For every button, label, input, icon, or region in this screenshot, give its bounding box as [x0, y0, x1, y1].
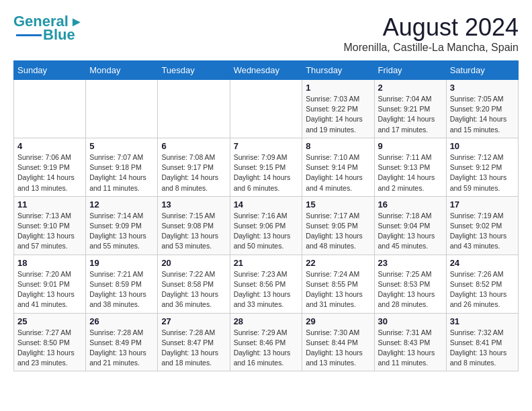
day-number: 14	[234, 199, 299, 210]
day-info: Sunrise: 7:16 AMSunset: 9:06 PMDaylight:…	[234, 211, 299, 252]
day-info: Sunrise: 7:30 AMSunset: 8:44 PMDaylight:…	[306, 328, 370, 369]
calendar-week-row: 25Sunrise: 7:27 AMSunset: 8:50 PMDayligh…	[14, 313, 519, 371]
day-number: 1	[306, 83, 370, 93]
day-info: Sunrise: 7:21 AMSunset: 8:59 PMDaylight:…	[89, 269, 154, 310]
calendar-week-row: 11Sunrise: 7:13 AMSunset: 9:10 PMDayligh…	[14, 196, 519, 255]
day-info: Sunrise: 7:07 AMSunset: 9:18 PMDaylight:…	[89, 152, 154, 193]
day-info: Sunrise: 7:13 AMSunset: 9:10 PMDaylight:…	[17, 211, 82, 252]
day-number: 2	[378, 83, 443, 93]
day-number: 4	[17, 141, 82, 151]
day-info: Sunrise: 7:32 AMSunset: 8:41 PMDaylight:…	[450, 328, 515, 369]
calendar-week-row: 4Sunrise: 7:06 AMSunset: 9:19 PMDaylight…	[14, 138, 519, 196]
calendar-cell: 17Sunrise: 7:19 AMSunset: 9:02 PMDayligh…	[446, 196, 518, 255]
calendar-cell: 8Sunrise: 7:10 AMSunset: 9:14 PMDaylight…	[302, 138, 374, 196]
calendar-cell	[86, 80, 158, 138]
day-info: Sunrise: 7:28 AMSunset: 8:49 PMDaylight:…	[89, 328, 154, 369]
calendar-cell: 25Sunrise: 7:27 AMSunset: 8:50 PMDayligh…	[14, 313, 86, 371]
day-number: 28	[234, 316, 299, 326]
calendar-week-row: 18Sunrise: 7:20 AMSunset: 9:01 PMDayligh…	[14, 255, 519, 313]
calendar-cell: 20Sunrise: 7:22 AMSunset: 8:58 PMDayligh…	[158, 255, 230, 313]
day-number: 29	[306, 316, 370, 326]
day-info: Sunrise: 7:19 AMSunset: 9:02 PMDaylight:…	[450, 211, 515, 252]
calendar-cell: 22Sunrise: 7:24 AMSunset: 8:55 PMDayligh…	[302, 255, 374, 313]
logo-blue: Blue	[43, 27, 75, 43]
title-area: August 2024 Morenilla, Castille-La Manch…	[343, 13, 519, 54]
day-number: 13	[161, 199, 226, 210]
day-info: Sunrise: 7:24 AMSunset: 8:55 PMDaylight:…	[306, 269, 370, 310]
col-header-saturday: Saturday	[446, 61, 518, 80]
calendar-cell: 6Sunrise: 7:08 AMSunset: 9:17 PMDaylight…	[158, 138, 230, 196]
day-info: Sunrise: 7:04 AMSunset: 9:21 PMDaylight:…	[378, 94, 443, 135]
calendar-cell	[158, 80, 230, 138]
day-number: 31	[450, 316, 515, 326]
day-number: 24	[450, 258, 515, 268]
day-info: Sunrise: 7:22 AMSunset: 8:58 PMDaylight:…	[161, 269, 226, 310]
calendar-cell: 18Sunrise: 7:20 AMSunset: 9:01 PMDayligh…	[14, 255, 86, 313]
day-number: 9	[378, 141, 443, 151]
day-info: Sunrise: 7:17 AMSunset: 9:05 PMDaylight:…	[306, 211, 370, 252]
day-info: Sunrise: 7:29 AMSunset: 8:46 PMDaylight:…	[234, 328, 299, 369]
col-header-sunday: Sunday	[14, 61, 86, 80]
day-info: Sunrise: 7:08 AMSunset: 9:17 PMDaylight:…	[161, 152, 226, 193]
day-info: Sunrise: 7:05 AMSunset: 9:20 PMDaylight:…	[450, 94, 515, 135]
day-number: 16	[378, 199, 443, 210]
calendar-cell: 10Sunrise: 7:12 AMSunset: 9:12 PMDayligh…	[446, 138, 518, 196]
calendar-cell: 24Sunrise: 7:26 AMSunset: 8:52 PMDayligh…	[446, 255, 518, 313]
day-info: Sunrise: 7:06 AMSunset: 9:19 PMDaylight:…	[17, 152, 82, 193]
calendar-table: SundayMondayTuesdayWednesdayThursdayFrid…	[13, 60, 519, 371]
calendar-cell: 1Sunrise: 7:03 AMSunset: 9:22 PMDaylight…	[302, 80, 374, 138]
calendar-cell: 31Sunrise: 7:32 AMSunset: 8:41 PMDayligh…	[446, 313, 518, 371]
calendar-cell: 21Sunrise: 7:23 AMSunset: 8:56 PMDayligh…	[230, 255, 302, 313]
day-number: 17	[450, 199, 515, 210]
day-number: 3	[450, 83, 515, 93]
calendar-header-row: SundayMondayTuesdayWednesdayThursdayFrid…	[14, 61, 519, 80]
day-number: 7	[234, 141, 299, 151]
calendar-week-row: 1Sunrise: 7:03 AMSunset: 9:22 PMDaylight…	[14, 80, 519, 138]
day-info: Sunrise: 7:15 AMSunset: 9:08 PMDaylight:…	[161, 211, 226, 252]
calendar-cell: 13Sunrise: 7:15 AMSunset: 9:08 PMDayligh…	[158, 196, 230, 255]
calendar-cell	[230, 80, 302, 138]
day-number: 23	[378, 258, 443, 268]
day-info: Sunrise: 7:09 AMSunset: 9:15 PMDaylight:…	[234, 152, 299, 193]
calendar-cell: 26Sunrise: 7:28 AMSunset: 8:49 PMDayligh…	[86, 313, 158, 371]
calendar-cell	[14, 80, 86, 138]
day-number: 26	[89, 316, 154, 326]
day-number: 10	[450, 141, 515, 151]
calendar-cell: 14Sunrise: 7:16 AMSunset: 9:06 PMDayligh…	[230, 196, 302, 255]
day-info: Sunrise: 7:03 AMSunset: 9:22 PMDaylight:…	[306, 94, 370, 135]
col-header-tuesday: Tuesday	[158, 61, 230, 80]
day-number: 6	[161, 141, 226, 151]
day-info: Sunrise: 7:27 AMSunset: 8:50 PMDaylight:…	[17, 328, 82, 369]
calendar-cell: 9Sunrise: 7:11 AMSunset: 9:13 PMDaylight…	[374, 138, 446, 196]
month-year-title: August 2024	[343, 13, 519, 42]
day-info: Sunrise: 7:28 AMSunset: 8:47 PMDaylight:…	[161, 328, 226, 369]
day-number: 5	[89, 141, 154, 151]
calendar-cell: 23Sunrise: 7:25 AMSunset: 8:53 PMDayligh…	[374, 255, 446, 313]
day-number: 30	[378, 316, 443, 326]
day-number: 25	[17, 316, 82, 326]
day-info: Sunrise: 7:23 AMSunset: 8:56 PMDaylight:…	[234, 269, 299, 310]
logo: General ► Blue	[13, 13, 83, 43]
col-header-friday: Friday	[374, 61, 446, 80]
day-info: Sunrise: 7:18 AMSunset: 9:04 PMDaylight:…	[378, 211, 443, 252]
day-info: Sunrise: 7:26 AMSunset: 8:52 PMDaylight:…	[450, 269, 515, 310]
day-number: 21	[234, 258, 299, 268]
calendar-cell: 11Sunrise: 7:13 AMSunset: 9:10 PMDayligh…	[14, 196, 86, 255]
day-number: 22	[306, 258, 370, 268]
day-info: Sunrise: 7:31 AMSunset: 8:43 PMDaylight:…	[378, 328, 443, 369]
col-header-monday: Monday	[86, 61, 158, 80]
calendar-cell: 16Sunrise: 7:18 AMSunset: 9:04 PMDayligh…	[374, 196, 446, 255]
day-number: 18	[17, 258, 82, 268]
day-number: 11	[17, 199, 82, 210]
calendar-cell: 27Sunrise: 7:28 AMSunset: 8:47 PMDayligh…	[158, 313, 230, 371]
day-number: 20	[161, 258, 226, 268]
calendar-cell: 5Sunrise: 7:07 AMSunset: 9:18 PMDaylight…	[86, 138, 158, 196]
calendar-cell: 15Sunrise: 7:17 AMSunset: 9:05 PMDayligh…	[302, 196, 374, 255]
calendar-cell: 19Sunrise: 7:21 AMSunset: 8:59 PMDayligh…	[86, 255, 158, 313]
day-number: 19	[89, 258, 154, 268]
calendar-cell: 7Sunrise: 7:09 AMSunset: 9:15 PMDaylight…	[230, 138, 302, 196]
calendar-cell: 29Sunrise: 7:30 AMSunset: 8:44 PMDayligh…	[302, 313, 374, 371]
calendar-cell: 28Sunrise: 7:29 AMSunset: 8:46 PMDayligh…	[230, 313, 302, 371]
calendar-cell: 30Sunrise: 7:31 AMSunset: 8:43 PMDayligh…	[374, 313, 446, 371]
col-header-wednesday: Wednesday	[230, 61, 302, 80]
